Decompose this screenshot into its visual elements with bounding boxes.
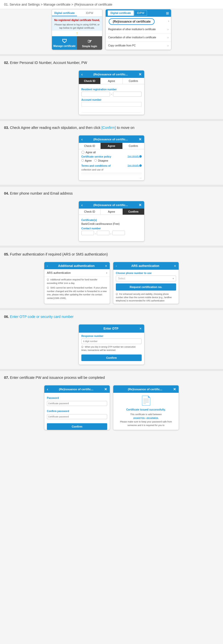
otp-note: i When you key in wrong OTP number ten c… <box>81 345 142 352</box>
step05-screenshots: ‹ Additional authentication ✕ ARS authen… <box>0 262 223 308</box>
auth-note-1: i Additional verification required for f… <box>47 278 107 285</box>
success-text: Certificate issued successfully. <box>116 408 176 411</box>
pw-confirm-btn[interactable]: Confirm <box>47 423 107 430</box>
tab-idpw[interactable]: ID/PW <box>77 10 102 16</box>
cert-list-header-tabs: Digital certificate ID/PW <box>108 10 147 16</box>
step03-section: 03. Check Agree after reading each stipu… <box>0 121 223 185</box>
cert-list-item-3[interactable]: Copy certificate from PC › <box>106 42 171 50</box>
response-label: Response number <box>81 335 142 337</box>
ars-select-dropdown[interactable]: Select ▾ <box>116 276 176 281</box>
note-circle-icon: i <box>116 293 118 295</box>
step02-label: 02. Enter Personal ID Number, Account Nu… <box>4 61 219 65</box>
breadcrumb-text: 01. Service and Settings > Manage certif… <box>4 3 112 6</box>
otp-input[interactable] <box>81 338 142 344</box>
close-icon[interactable]: ✕ <box>139 327 142 330</box>
step05-left-header: ‹ Additional authentication ✕ <box>44 262 110 269</box>
agree-all-row: Agree all <box>81 151 142 154</box>
close-icon[interactable]: ✕ <box>104 387 107 391</box>
grid-icon: ⊞ <box>166 11 169 15</box>
close-icon[interactable]: ✕ <box>174 264 176 268</box>
ars-sub-label: Choose phone number to use <box>113 270 179 276</box>
breadcrumb: 01. Service and Settings > Manage certif… <box>0 0 223 9</box>
step03-tabs: Check ID Agree Confirm <box>79 143 144 149</box>
close-icon[interactable]: ✕ <box>173 387 176 391</box>
tab-confirm[interactable]: Confirm <box>123 209 144 215</box>
cert-list-item-1[interactable]: Registration of other institution's cert… <box>106 25 171 33</box>
step02-appbar: ‹ (Re)issuance of certific... ✕ <box>79 71 144 78</box>
manage-cert-btn[interactable]: 🛡 Manage certificate <box>52 36 77 50</box>
step04-section: 04. Enter phone number and Email address… <box>0 187 223 246</box>
close-icon[interactable]: ✕ <box>139 137 142 141</box>
success-desc: This certificate is valid between 2016/0… <box>116 413 176 427</box>
step03-screenshots: ‹ (Re)issuance of certific... ✕ Check ID… <box>0 135 223 185</box>
account-label: Account number <box>81 98 142 101</box>
tab-confirm[interactable]: Confirm <box>123 78 144 84</box>
close-icon[interactable]: ✕ <box>139 203 142 207</box>
step01-screenshots: Digital certificate ID/PW No registered … <box>0 9 223 54</box>
see-details-link-1[interactable]: See details › <box>127 155 142 158</box>
password-input[interactable] <box>47 401 107 406</box>
cert-reissue-oval-wrap: (Re)issuance of certificate › <box>106 17 171 25</box>
step05-right-header: ‹ ARS authentication ✕ <box>113 262 179 270</box>
account-input[interactable] <box>81 102 142 107</box>
simple-login-btn[interactable]: ☞ Simple login <box>77 36 102 50</box>
password-label: Password <box>44 395 110 400</box>
phone-part-1[interactable] <box>81 231 94 235</box>
step02-section: 02. Enter Personal ID Number, Account Nu… <box>0 56 223 119</box>
step02-mockup: ‹ (Re)issuance of certific... ✕ Check ID… <box>79 70 144 115</box>
tab-digital-cert-right[interactable]: Digital certificate <box>108 10 134 16</box>
extra-input <box>81 108 142 113</box>
agree-radio[interactable]: Agree <box>81 159 92 162</box>
tab-agree[interactable]: Agree <box>101 143 122 149</box>
tab-agree[interactable]: Agree <box>101 78 122 84</box>
close-icon[interactable]: ✕ <box>105 264 107 268</box>
step02-screenshots: ‹ (Re)issuance of certific... ✕ Check ID… <box>0 70 223 119</box>
resident-input-2[interactable] <box>113 92 142 97</box>
tab-idpw-right[interactable]: ID/PW <box>134 10 147 16</box>
resident-input-1[interactable] <box>81 92 110 97</box>
step06-mockup: ‹ Enter OTP ✕ Response number i When you… <box>79 324 144 365</box>
step07-screenshots: ‹ (Re)issuance of certific... ✕ Password… <box>0 385 223 434</box>
disagree-radio[interactable]: Disagree <box>94 159 108 162</box>
fade-overlay <box>81 173 142 176</box>
tab-checkid[interactable]: Check ID <box>79 209 101 215</box>
tab-checkid[interactable]: Check ID <box>79 143 101 149</box>
tab-confirm[interactable]: Confirm <box>123 143 144 149</box>
reissuance-oval[interactable]: (Re)issuance of certificate <box>109 18 155 25</box>
ars-auth-list-item[interactable]: ARS authentication › <box>44 269 110 277</box>
see-details-link-2[interactable]: See details › <box>127 164 142 167</box>
close-icon[interactable]: ✕ <box>139 72 142 76</box>
step02-label-area: 02. Enter Personal ID Number, Account Nu… <box>0 56 223 70</box>
otp-confirm-btn[interactable]: Confirm <box>81 354 142 361</box>
chevron-icon: › <box>168 27 169 31</box>
phone-part-3[interactable] <box>112 231 125 235</box>
agree-radio-icon <box>81 159 84 162</box>
step05-label-area: 05. Further authentication if required (… <box>0 248 223 262</box>
phone-part-2[interactable] <box>97 231 109 235</box>
contact-label: Contact number <box>81 227 142 230</box>
confirm-pw-label: Confirm password <box>44 408 110 413</box>
step02-body: Resident registration number - Account n… <box>79 84 144 115</box>
step05-label: 05. Further authentication if required (… <box>4 252 219 256</box>
more-indicator: ... <box>81 176 142 179</box>
confirm-pw-input[interactable] <box>47 414 107 419</box>
step03-agree-body: Agree all Certificate service policy See… <box>79 149 144 180</box>
ars-note: i For enhanced security and stability, c… <box>113 293 179 304</box>
tab-digital-cert[interactable]: Digital certificate <box>52 10 77 16</box>
step04-label: 04. Enter phone number and Email address <box>4 191 219 195</box>
tab-checkid[interactable]: Check ID <box>79 78 101 84</box>
agree-all-checkbox[interactable] <box>81 151 84 154</box>
step06-section: 06. Enter OTP code or security card numb… <box>0 310 223 369</box>
cert-list-item-2[interactable]: Cancellation of other institution's cert… <box>106 33 171 42</box>
tab-agree[interactable]: Agree <box>101 209 122 215</box>
dot-sep-1: . <box>95 231 96 234</box>
cert-section-label: Certificate(s) <box>81 219 142 222</box>
step04-screenshots: ‹ (Re)issuance of certific... ✕ Check ID… <box>0 201 223 246</box>
arrow-up-icon: ↑ <box>52 31 102 36</box>
step01-right-mockup: Digital certificate ID/PW ⊞ (Re)issuance… <box>105 9 171 50</box>
document-icon: 📄 <box>116 395 176 406</box>
request-cert-btn[interactable]: Request certification no. <box>116 283 176 291</box>
step06-screenshots: ‹ Enter OTP ✕ Response number i When you… <box>0 324 223 369</box>
cert-type: Bank/Credit card/Insurance (Free) <box>81 223 142 225</box>
back-icon[interactable]: ‹ <box>47 264 48 267</box>
